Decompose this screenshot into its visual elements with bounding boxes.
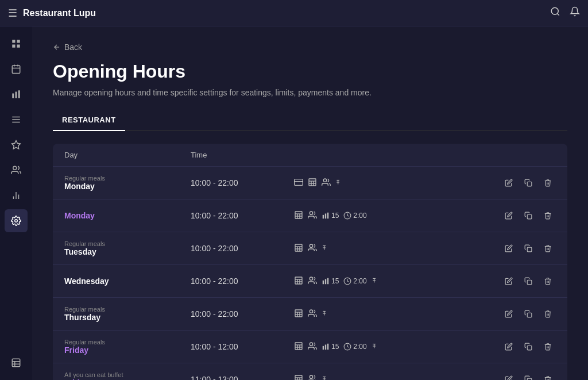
time-cell: 10:00 - 22:00 bbox=[191, 178, 294, 187]
tag-icon bbox=[335, 178, 343, 188]
svg-rect-12 bbox=[18, 90, 20, 98]
copy-button[interactable] bbox=[520, 339, 536, 355]
time-cell: 11:00 - 13:00 bbox=[191, 375, 294, 380]
actions-cell bbox=[487, 371, 556, 380]
tag-icon bbox=[322, 244, 330, 254]
delete-button[interactable] bbox=[540, 273, 556, 289]
edit-button[interactable] bbox=[501, 240, 517, 256]
svg-rect-22 bbox=[12, 359, 20, 367]
icons-cell bbox=[294, 309, 487, 320]
svg-rect-59 bbox=[527, 247, 532, 252]
svg-rect-5 bbox=[17, 45, 20, 48]
svg-rect-74 bbox=[295, 310, 302, 317]
content-area: Back Opening Hours Manage opening hours … bbox=[32, 26, 588, 380]
svg-rect-39 bbox=[295, 212, 302, 218]
people-icon bbox=[308, 243, 317, 254]
tab-restaurant[interactable]: RESTAURANT bbox=[53, 110, 125, 131]
actions-cell bbox=[487, 240, 556, 256]
table-row: Wednesday 10:00 - 22:00 15 bbox=[53, 265, 567, 298]
topbar-actions bbox=[550, 6, 580, 20]
copy-button[interactable] bbox=[520, 175, 536, 191]
svg-rect-6 bbox=[12, 66, 20, 74]
tag-icon bbox=[322, 309, 330, 319]
sidebar-item-analytics[interactable] bbox=[5, 184, 28, 207]
day-cell: Wednesday bbox=[64, 277, 191, 286]
svg-rect-27 bbox=[295, 179, 303, 185]
day-cell-solo: Monday bbox=[64, 211, 191, 220]
table-row: Monday 10:00 - 22:00 15 bbox=[53, 199, 567, 232]
table-icon bbox=[294, 374, 303, 381]
delete-button[interactable] bbox=[540, 371, 556, 380]
back-label: Back bbox=[64, 43, 82, 52]
copy-button[interactable] bbox=[520, 371, 536, 380]
bar-icon: 15 bbox=[322, 343, 339, 351]
copy-button[interactable] bbox=[520, 240, 536, 256]
svg-line-1 bbox=[557, 13, 559, 15]
svg-rect-29 bbox=[309, 179, 316, 186]
svg-point-65 bbox=[310, 277, 312, 280]
delete-button[interactable] bbox=[540, 208, 556, 224]
sidebar-item-barchart[interactable] bbox=[5, 83, 28, 106]
day-cell: Regular meals Monday bbox=[64, 175, 191, 191]
people-icon bbox=[322, 178, 331, 189]
day-name: Friday bbox=[64, 346, 191, 355]
limit-value: 15 bbox=[331, 212, 339, 220]
people-icon bbox=[308, 341, 317, 352]
svg-rect-49 bbox=[527, 214, 532, 219]
copy-button[interactable] bbox=[520, 273, 536, 289]
sidebar-item-users[interactable] bbox=[5, 159, 28, 182]
search-icon[interactable] bbox=[550, 6, 560, 20]
col-actions bbox=[487, 151, 556, 159]
copy-button[interactable] bbox=[520, 208, 536, 224]
back-link[interactable]: Back bbox=[53, 43, 567, 52]
meal-type: Regular meals bbox=[64, 306, 191, 313]
table-icon bbox=[294, 243, 303, 254]
app-title: Restaurant Lupu bbox=[23, 8, 544, 18]
svg-point-0 bbox=[551, 7, 558, 14]
day-name: Wednesday bbox=[64, 277, 191, 286]
edit-button[interactable] bbox=[501, 175, 517, 191]
card-icon bbox=[294, 178, 303, 189]
edit-button[interactable] bbox=[501, 273, 517, 289]
edit-button[interactable] bbox=[501, 208, 517, 224]
actions-cell bbox=[487, 175, 556, 191]
svg-rect-47 bbox=[327, 213, 328, 219]
sidebar-item-grid[interactable] bbox=[5, 32, 28, 55]
sidebar-item-settings[interactable] bbox=[5, 209, 28, 232]
sidebar-item-list[interactable] bbox=[5, 108, 28, 131]
day-name: Thursday bbox=[64, 313, 191, 322]
clock-icon: 2:00 bbox=[343, 212, 366, 220]
delete-button[interactable] bbox=[540, 175, 556, 191]
delete-button[interactable] bbox=[540, 339, 556, 355]
sidebar-item-calendar[interactable] bbox=[5, 57, 28, 80]
edit-button[interactable] bbox=[501, 306, 517, 322]
time-cell: 10:00 - 22:00 bbox=[191, 277, 294, 286]
bell-icon[interactable] bbox=[570, 6, 580, 20]
page-title: Opening Hours bbox=[53, 61, 567, 82]
actions-cell bbox=[487, 306, 556, 322]
menu-icon[interactable]: ☰ bbox=[8, 7, 17, 20]
svg-rect-38 bbox=[527, 182, 532, 186]
delete-button[interactable] bbox=[540, 306, 556, 322]
sidebar-item-star[interactable] bbox=[5, 133, 28, 156]
meal-type: All you can eat buffet bbox=[64, 371, 191, 378]
col-time: Time bbox=[191, 151, 294, 159]
svg-rect-11 bbox=[16, 92, 17, 98]
delete-button[interactable] bbox=[540, 240, 556, 256]
col-icons bbox=[294, 151, 487, 159]
svg-point-44 bbox=[310, 212, 312, 214]
svg-rect-3 bbox=[17, 40, 20, 43]
main-wrapper: Back Opening Hours Manage opening hours … bbox=[0, 26, 588, 380]
sidebar-item-bottom-menu[interactable] bbox=[5, 351, 28, 374]
edit-button[interactable] bbox=[501, 371, 517, 380]
day-cell: Regular meals Friday bbox=[64, 339, 191, 355]
clock-value: 2:00 bbox=[353, 277, 366, 285]
bar-icon: 15 bbox=[322, 212, 339, 220]
svg-point-103 bbox=[310, 375, 312, 378]
actions-cell bbox=[487, 208, 556, 224]
copy-button[interactable] bbox=[520, 306, 536, 322]
page-subtitle: Manage opening hours and time specific s… bbox=[53, 88, 567, 97]
edit-button[interactable] bbox=[501, 339, 517, 355]
svg-point-17 bbox=[13, 166, 17, 170]
svg-rect-83 bbox=[527, 313, 532, 317]
